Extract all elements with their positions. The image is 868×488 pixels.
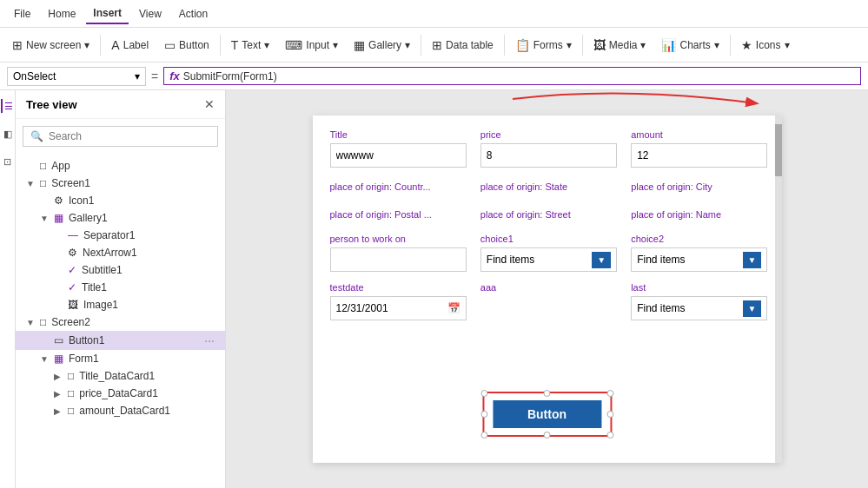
- toolbar-sep-3: [421, 35, 421, 56]
- handle-tl[interactable]: [480, 390, 487, 397]
- text-icon: T: [231, 38, 239, 52]
- menu-bar: File Home Insert View Action: [0, 0, 868, 28]
- field-text-origin-city: place of origin: City: [631, 178, 767, 195]
- toolbar-gallery[interactable]: ▦ Gallery ▾: [347, 35, 417, 56]
- toolbar-datatable[interactable]: ⊞ Data table: [425, 35, 500, 56]
- tree-title: Tree view: [26, 98, 77, 111]
- field-last: last Find items ▼: [631, 282, 767, 320]
- tree-header: Tree view ✕: [16, 90, 225, 119]
- expand-gallery1: ▼: [40, 214, 49, 223]
- field-origin-postal: place of origin: Postal ...: [330, 206, 467, 223]
- tree-item-price-datacard1[interactable]: ▶ □ price_DataCard1: [16, 385, 225, 402]
- field-input-person[interactable]: [330, 247, 467, 272]
- tree-view-side-icon[interactable]: ☰: [1, 99, 15, 113]
- tree-item-subtitle1[interactable]: ✓ Subtitle1: [16, 261, 225, 279]
- menu-view[interactable]: View: [132, 4, 169, 23]
- field-dropdown-choice1[interactable]: Find items ▼: [480, 247, 617, 272]
- field-date-testdate[interactable]: 12/31/2001 📅: [330, 296, 467, 320]
- field-input-title[interactable]: [330, 143, 467, 168]
- title-dc1-icon: □: [68, 370, 74, 382]
- handle-tc[interactable]: [544, 390, 551, 397]
- handle-ml[interactable]: [480, 411, 487, 418]
- tree-item-form1[interactable]: ▼ ▦ Form1: [16, 350, 225, 367]
- field-origin-country: place of origin: Countr...: [330, 178, 467, 195]
- handle-br[interactable]: [606, 432, 613, 439]
- search-input[interactable]: [49, 130, 210, 142]
- handle-bl[interactable]: [480, 432, 487, 439]
- toolbar-forms[interactable]: 📋 Forms ▾: [508, 35, 579, 56]
- tree-label-title-dc1: Title_DataCard1: [79, 370, 215, 382]
- property-dropdown[interactable]: OnSelect ▾: [7, 67, 146, 86]
- tree-item-amount-datacard1[interactable]: ▶ □ amount_DataCard1: [16, 402, 225, 419]
- handle-bc[interactable]: [544, 432, 551, 439]
- dropdown-choice2-arrow: ▼: [743, 252, 762, 268]
- label-icon: A: [111, 38, 119, 52]
- data-side-icon[interactable]: ⊡: [1, 155, 15, 168]
- field-origin-city: place of origin: City: [631, 178, 767, 195]
- tree-item-separator1[interactable]: — Separator1: [16, 227, 225, 244]
- expand-screen2: ▼: [26, 318, 35, 327]
- toolbar-input[interactable]: ⌨ Input ▾: [278, 35, 345, 56]
- canvas-button-wrap: Button: [493, 400, 601, 428]
- tree-item-button1[interactable]: ▭ Button1 ···: [16, 331, 225, 350]
- toolbar-icons[interactable]: ★ Icons ▾: [734, 35, 797, 56]
- tree-item-screen2[interactable]: ▼ □ Screen2: [16, 313, 225, 331]
- menu-insert[interactable]: Insert: [86, 3, 129, 24]
- title1-icon: ✓: [68, 281, 76, 293]
- handle-mr[interactable]: [606, 411, 613, 418]
- field-label-price: price: [480, 129, 617, 140]
- field-input-amount[interactable]: [631, 143, 767, 168]
- field-person: person to work on: [330, 234, 467, 272]
- menu-file[interactable]: File: [7, 4, 37, 23]
- toolbar-media[interactable]: 🖼 Media ▾: [586, 35, 653, 56]
- field-origin-street: place of origin: Street: [480, 206, 617, 223]
- tree-panel: Tree view ✕ 🔍 □ App ▼ □ Screen1: [16, 90, 226, 488]
- field-choice2: choice2 Find items ▼: [631, 234, 767, 272]
- tree-item-image1[interactable]: 🖼 Image1: [16, 296, 225, 313]
- formula-text: SubmitForm(Form1): [183, 70, 277, 82]
- toolbar-new-screen[interactable]: ⊞ New screen ▾: [5, 35, 96, 56]
- search-icon: 🔍: [30, 130, 43, 142]
- toolbar-button[interactable]: ▭ Button: [157, 35, 216, 56]
- layers-side-icon[interactable]: ◧: [1, 127, 15, 141]
- field-dropdown-choice1-value: Find items: [487, 254, 534, 266]
- tree-more-button1[interactable]: ···: [204, 333, 215, 347]
- menu-home[interactable]: Home: [41, 4, 83, 23]
- field-dropdown-choice2[interactable]: Find items ▼: [631, 247, 767, 272]
- tree-item-nextarrow1[interactable]: ⚙ NextArrow1: [16, 244, 225, 261]
- dropdown-input-icon: ▾: [333, 39, 338, 51]
- formula-input-box[interactable]: fx SubmitForm(Form1): [163, 67, 861, 85]
- canvas-button[interactable]: Button: [493, 400, 601, 428]
- main-area: ☰ ◧ ⊡ Tree view ✕ 🔍 □ App: [0, 90, 868, 488]
- field-dropdown-last[interactable]: Find items ▼: [631, 296, 767, 320]
- gallery1-icon: ▦: [54, 212, 63, 224]
- toolbar-label[interactable]: A Label: [104, 35, 156, 56]
- tree-label-button1: Button1: [69, 334, 199, 346]
- field-label-choice2: choice2: [631, 234, 767, 244]
- tree-item-title-datacard1[interactable]: ▶ □ Title_DataCard1: [16, 367, 225, 385]
- datatable-icon: ⊞: [432, 38, 442, 52]
- canvas-inner: Title price amount place of origin: Coun…: [313, 115, 782, 463]
- tree-item-icon1[interactable]: ⚙ Icon1: [16, 192, 225, 209]
- field-origin-state: place of origin: State: [480, 178, 617, 195]
- dropdown-last-arrow: ▼: [743, 300, 762, 317]
- field-text-origin-name: place of origin: Name: [631, 206, 767, 223]
- tree-item-gallery1[interactable]: ▼ ▦ Gallery1: [16, 209, 225, 227]
- toolbar-charts[interactable]: 📊 Charts ▾: [654, 35, 726, 56]
- dropdown-icons-icon: ▾: [785, 39, 790, 51]
- menu-action[interactable]: Action: [172, 4, 215, 23]
- canvas-scrollbar[interactable]: [775, 115, 782, 463]
- toolbar-text[interactable]: T Text ▾: [224, 35, 277, 56]
- field-title: Title: [330, 129, 467, 168]
- handle-tr[interactable]: [606, 390, 613, 397]
- dropdown-text-icon: ▾: [264, 39, 269, 51]
- tree-label-screen1: Screen1: [51, 177, 215, 189]
- tree-close-button[interactable]: ✕: [204, 97, 215, 111]
- forms-icon: 📋: [515, 38, 530, 52]
- dropdown-media-icon: ▾: [640, 39, 646, 51]
- input-icon: ⌨: [285, 38, 302, 52]
- tree-item-title1[interactable]: ✓ Title1: [16, 279, 225, 296]
- tree-item-screen1[interactable]: ▼ □ Screen1: [16, 175, 225, 192]
- field-input-price[interactable]: [480, 143, 617, 168]
- tree-item-app[interactable]: □ App: [16, 157, 225, 175]
